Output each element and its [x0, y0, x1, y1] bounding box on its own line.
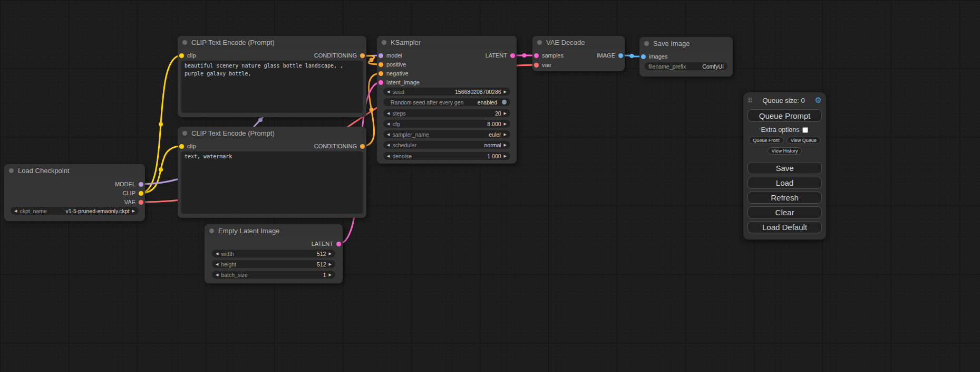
input-slot-negative[interactable]: negative — [379, 69, 409, 78]
collapse-dot-icon[interactable] — [644, 41, 649, 46]
collapse-dot-icon[interactable] — [182, 131, 187, 136]
widget-width[interactable]: ◀ width 512 ▶ — [212, 250, 335, 257]
node-title-bar[interactable]: KSampler — [377, 36, 517, 49]
decrement-icon[interactable]: ◀ — [216, 273, 218, 276]
node-title-bar[interactable]: Empty Latent Image — [205, 224, 343, 237]
extra-options-checkbox[interactable] — [802, 127, 808, 133]
increment-icon[interactable]: ▶ — [504, 111, 507, 115]
widget-seed[interactable]: ◀ seed 156680208700286 ▶ — [383, 88, 510, 96]
collapse-dot-icon[interactable] — [382, 40, 386, 45]
slot-dot-vae[interactable] — [534, 63, 539, 68]
node-title-bar[interactable]: CLIP Text Encode (Prompt) — [178, 36, 366, 49]
slot-dot-latent[interactable] — [336, 242, 341, 246]
widget-filename-prefix[interactable]: filename_prefix ComfyUI — [645, 62, 727, 70]
collapse-dot-icon[interactable] — [9, 168, 14, 173]
node-title-bar[interactable]: Load Checkpoint — [4, 164, 145, 177]
load-button[interactable]: Load — [748, 177, 822, 189]
widget-ckpt-name[interactable]: ◀ ckpt_name v1-5-pruned-emaonly.ckpt ▶ — [11, 207, 139, 215]
input-slot-images[interactable]: images — [641, 52, 667, 61]
view-queue-button[interactable]: View Queue — [787, 137, 821, 144]
increment-icon[interactable]: ▶ — [132, 209, 135, 213]
widget-sampler-name[interactable]: ◀ sampler_name euler ▶ — [383, 130, 510, 138]
widget-scheduler[interactable]: ◀ scheduler normal ▶ — [383, 141, 510, 149]
input-slot-vae[interactable]: vae — [534, 61, 551, 69]
node-title-bar[interactable]: CLIP Text Encode (Prompt) — [178, 127, 366, 139]
increment-icon[interactable]: ▶ — [504, 154, 507, 158]
slot-dot-conditioning[interactable] — [360, 53, 365, 58]
view-history-button[interactable]: View History — [768, 147, 802, 155]
output-slot-latent[interactable]: LATENT — [312, 240, 341, 248]
node-graph-canvas[interactable]: Load Checkpoint MODEL CLIP VAE ◀ ckpt_na… — [0, 0, 980, 372]
input-slot-latent-image[interactable]: latent_image — [379, 78, 420, 87]
node-vae-decode[interactable]: VAE Decode samples vae IMAGE — [532, 36, 625, 71]
output-slot-latent[interactable]: LATENT — [486, 51, 515, 60]
increment-icon[interactable]: ▶ — [504, 122, 507, 126]
output-slot-vae[interactable]: VAE — [124, 198, 143, 206]
widget-cfg[interactable]: ◀ cfg 8.000 ▶ — [383, 120, 510, 128]
slot-dot-image[interactable] — [618, 53, 623, 58]
decrement-icon[interactable]: ◀ — [387, 143, 390, 147]
decrement-icon[interactable]: ◀ — [14, 209, 17, 213]
decrement-icon[interactable]: ◀ — [216, 262, 218, 266]
decrement-icon[interactable]: ◀ — [387, 154, 390, 158]
settings-gear-icon[interactable]: ⚙ — [815, 96, 822, 105]
input-slot-model[interactable]: model — [379, 51, 402, 60]
node-clip-text-encode-negative[interactable]: CLIP Text Encode (Prompt) clip CONDITION… — [178, 127, 366, 218]
load-default-button[interactable]: Load Default — [748, 221, 822, 233]
decrement-icon[interactable]: ◀ — [387, 122, 390, 126]
slot-dot-clip[interactable] — [179, 53, 184, 58]
increment-icon[interactable]: ▶ — [329, 252, 332, 255]
collapse-dot-icon[interactable] — [209, 228, 214, 233]
collapse-dot-icon[interactable] — [182, 40, 187, 45]
increment-icon[interactable]: ▶ — [504, 90, 507, 93]
slot-dot-model[interactable] — [139, 182, 143, 187]
slot-dot-images[interactable] — [641, 54, 646, 59]
node-title-bar[interactable]: VAE Decode — [532, 36, 625, 49]
decrement-icon[interactable]: ◀ — [387, 90, 390, 93]
slot-dot-samples[interactable] — [534, 53, 539, 58]
output-slot-image[interactable]: IMAGE — [597, 51, 623, 60]
increment-icon[interactable]: ▶ — [329, 262, 332, 266]
prompt-textarea[interactable]: text, watermark — [181, 151, 363, 214]
decrement-icon[interactable]: ◀ — [387, 132, 390, 136]
output-slot-conditioning[interactable]: CONDITIONING — [314, 51, 365, 60]
slot-dot-positive[interactable] — [379, 62, 383, 67]
widget-denoise[interactable]: ◀ denoise 1.000 ▶ — [383, 152, 510, 160]
collapse-dot-icon[interactable] — [537, 40, 542, 45]
refresh-button[interactable]: Refresh — [748, 192, 822, 204]
save-button[interactable]: Save — [748, 162, 822, 174]
decrement-icon[interactable]: ◀ — [387, 111, 390, 115]
node-load-checkpoint[interactable]: Load Checkpoint MODEL CLIP VAE ◀ ckpt_na… — [4, 164, 145, 221]
node-ksampler[interactable]: KSampler model positive negative latent_… — [377, 36, 517, 164]
widget-random-seed[interactable]: Random seed after every gen enabled — [383, 98, 510, 106]
output-slot-model[interactable]: MODEL — [115, 180, 143, 188]
slot-dot-clip[interactable] — [179, 144, 184, 149]
slot-dot-model[interactable] — [379, 53, 383, 58]
slot-dot-conditioning[interactable] — [360, 144, 365, 149]
input-slot-clip[interactable]: clip — [179, 142, 196, 150]
slot-dot-latent-image[interactable] — [379, 80, 383, 85]
queue-prompt-button[interactable]: Queue Prompt — [748, 109, 822, 122]
widget-height[interactable]: ◀ height 512 ▶ — [212, 260, 335, 268]
slot-dot-clip[interactable] — [139, 191, 143, 196]
node-save-image[interactable]: Save Image images filename_prefix ComfyU… — [639, 37, 733, 77]
clear-button[interactable]: Clear — [748, 206, 822, 218]
decrement-icon[interactable]: ◀ — [216, 252, 218, 255]
input-slot-positive[interactable]: positive — [379, 60, 406, 69]
increment-icon[interactable]: ▶ — [504, 143, 507, 147]
drag-handle-icon[interactable]: ⠿ — [748, 97, 753, 104]
node-empty-latent-image[interactable]: Empty Latent Image LATENT ◀ width 512 ▶ … — [205, 224, 343, 283]
slot-dot-vae[interactable] — [139, 200, 143, 205]
node-clip-text-encode-positive[interactable]: CLIP Text Encode (Prompt) clip CONDITION… — [178, 36, 366, 117]
slot-dot-latent[interactable] — [510, 53, 515, 58]
increment-icon[interactable]: ▶ — [329, 273, 332, 276]
output-slot-clip[interactable]: CLIP — [123, 189, 143, 197]
increment-icon[interactable]: ▶ — [504, 132, 507, 136]
input-slot-clip[interactable]: clip — [179, 51, 196, 60]
widget-steps[interactable]: ◀ steps 20 ▶ — [383, 109, 510, 117]
input-slot-samples[interactable]: samples — [534, 51, 564, 60]
node-title-bar[interactable]: Save Image — [639, 37, 733, 50]
queue-front-button[interactable]: Queue Front — [749, 137, 784, 144]
widget-batch-size[interactable]: ◀ batch_size 1 ▶ — [212, 271, 335, 279]
output-slot-conditioning[interactable]: CONDITIONING — [314, 142, 365, 150]
